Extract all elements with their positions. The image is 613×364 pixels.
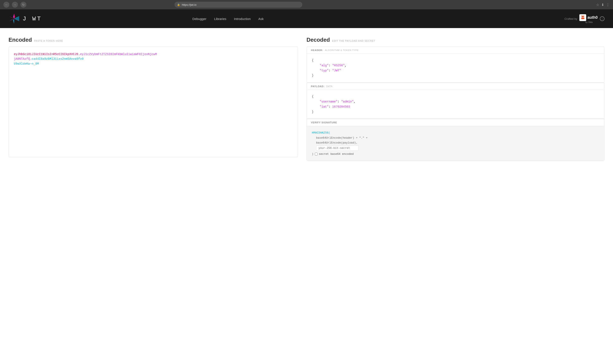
by-okta-text: by Okta — [585, 21, 593, 23]
payload-section: PAYLOAD: DATA { "username": "admin", "ia… — [306, 83, 604, 119]
username-line: "username": "admin", — [312, 99, 599, 104]
verify-section-header: VERIFY SIGNATURE — [307, 119, 604, 126]
logo-link[interactable]: J WT — [9, 13, 42, 24]
crafted-area: Crafted by auth0 by Okta i — [564, 14, 604, 23]
site-header: J WT Debugger Libraries Introduction Ask… — [0, 9, 613, 28]
iat-line: "iat": 1670204503 — [312, 104, 599, 109]
auth0-text: auth0 — [587, 15, 598, 20]
header-section: HEADER: ALGORITHM & TOKEN TYPE { "alg": … — [306, 47, 604, 83]
open-brace-2: { — [312, 95, 313, 98]
jwt-logo-icon — [9, 13, 20, 24]
payload-label: PAYLOAD: — [311, 85, 325, 88]
close-brace-1: } — [312, 74, 313, 77]
nav-debugger[interactable]: Debugger — [192, 17, 206, 21]
lock-icon: 🔒 — [177, 3, 180, 6]
verify-body: HMACSHA256( base64UrlEncode(header) + ".… — [307, 126, 604, 161]
svg-marker-0 — [14, 13, 15, 19]
hmac-func: HMACSHA256( — [312, 131, 330, 134]
close-brace-2: } — [312, 110, 313, 114]
encoded-subtitle: PASTE A TOKEN HERE — [34, 39, 63, 42]
url-text: https://jwt.io — [182, 3, 196, 6]
verify-section: VERIFY SIGNATURE HMACSHA256( base64UrlEn… — [306, 119, 604, 161]
alg-line: "alg": "HS256", — [312, 63, 599, 68]
star-button[interactable]: ☆ — [596, 3, 599, 7]
nav-introduction[interactable]: Introduction — [234, 17, 250, 21]
crafted-by-text: Crafted by — [564, 17, 577, 20]
main-content: Encoded PASTE A TOKEN HERE eyJhbGciOiJIU… — [0, 28, 613, 364]
typ-line: "typ": "JWT" — [312, 68, 599, 73]
header-section-header: HEADER: ALGORITHM & TOKEN TYPE — [307, 47, 604, 54]
left-panel: Encoded PASTE A TOKEN HERE eyJhbGciOiJIU… — [9, 37, 306, 355]
header-sub: ALGORITHM & TOKEN TYPE — [325, 49, 359, 52]
base64-row: ) secret base64 encoded — [312, 152, 599, 156]
info-button[interactable]: i — [600, 16, 604, 21]
base64-checkbox[interactable] — [315, 153, 318, 156]
payload-body[interactable]: { "username": "admin", "iat": 1670204503… — [307, 90, 604, 119]
decoded-title: Decoded — [306, 37, 330, 43]
secret-input-wrapper — [312, 146, 359, 150]
encoded-title: Encoded — [9, 37, 32, 43]
forward-button[interactable]: → — [12, 2, 18, 8]
decoded-subtitle: EDIT THE PAYLOAD AND SECRET — [332, 39, 375, 42]
nav-libraries[interactable]: Libraries — [214, 17, 227, 21]
encoded-header: Encoded PASTE A TOKEN HERE — [9, 37, 298, 43]
payload-section-header: PAYLOAD: DATA — [307, 83, 604, 90]
base64-label: secret base64 encoded — [319, 152, 354, 156]
menu-button[interactable]: ⋮ — [606, 3, 610, 7]
nav-ask[interactable]: Ask — [259, 17, 264, 21]
decoded-header-area: Decoded EDIT THE PAYLOAD AND SECRET — [306, 37, 604, 43]
svg-marker-1 — [13, 13, 14, 19]
verify-label: VERIFY SIGNATURE — [311, 121, 337, 124]
header-label: HEADER: — [311, 49, 323, 52]
verify-line2: base64UrlEncode(payload), — [312, 141, 358, 144]
open-brace-1: { — [312, 59, 313, 62]
svg-rect-8 — [581, 17, 584, 19]
browser-chrome: ← → ↻ 🔒 https://jwt.io ☆ ⬇ ⋮ — [0, 0, 613, 9]
svg-marker-6 — [9, 16, 14, 19]
svg-marker-5 — [9, 19, 14, 21]
main-nav: Debugger Libraries Introduction Ask — [192, 17, 264, 21]
closing-paren: ) — [312, 152, 313, 156]
back-button[interactable]: ← — [3, 2, 9, 8]
reload-button[interactable]: ↻ — [20, 2, 27, 8]
token-red: eyJhbGciOiJIUzI1NiIsInR5cCI6IkpXVCJ9. — [14, 52, 80, 56]
verify-line1: base64UrlEncode(header) + "." + — [312, 136, 368, 140]
download-button[interactable]: ⬇ — [601, 3, 604, 7]
logo-text: J WT — [23, 15, 42, 22]
payload-sub: DATA — [326, 85, 333, 88]
token-input[interactable]: eyJhbGciOiJIUzI1NiIsInR5cCI6IkpXVCJ9.eyJ… — [9, 47, 298, 157]
svg-marker-4 — [13, 19, 14, 24]
right-panel: Decoded EDIT THE PAYLOAD AND SECRET HEAD… — [306, 37, 604, 355]
address-bar[interactable]: 🔒 https://jwt.io — [175, 2, 302, 8]
browser-actions: ☆ ⬇ ⋮ — [596, 3, 610, 7]
auth0-logo: auth0 by Okta — [579, 14, 598, 23]
auth0-icon — [579, 14, 586, 21]
header-body[interactable]: { "alg": "HS256", "typ": "JWT" } — [307, 54, 604, 82]
secret-input[interactable] — [316, 145, 359, 151]
